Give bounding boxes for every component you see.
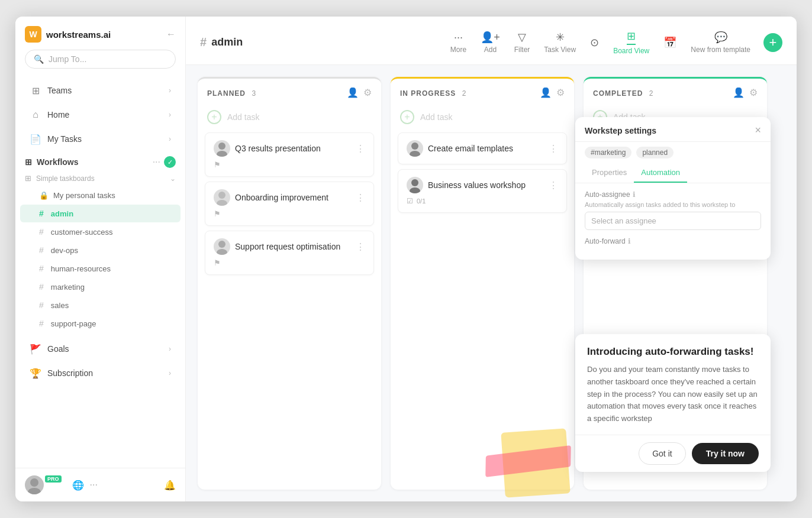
search-bar[interactable]: 🔍 Jump To... [25, 50, 176, 69]
board-view-btn[interactable]: ⊞ Board View [607, 26, 655, 59]
user-avatar [25, 475, 44, 494]
inprogress-add-task[interactable]: + Add task [391, 104, 574, 130]
search-icon: 🔍 [34, 54, 44, 64]
panel-tag-marketing: #marketing [585, 147, 631, 158]
sidebar-close-icon[interactable]: ← [166, 29, 176, 40]
filter-btn[interactable]: ▽ Filter [508, 27, 536, 57]
channel-label: marketing [51, 283, 85, 292]
teams-chevron-icon: › [169, 86, 171, 95]
asterisk-icon: ✳ [556, 31, 565, 44]
panel-close-icon[interactable]: × [755, 124, 761, 137]
workflows-section-header: ⊞ Workflows ··· ✓ [15, 151, 185, 170]
task-view-btn[interactable]: ✳ Task View [538, 27, 582, 57]
completed-settings-icon[interactable]: ⚙ [749, 87, 758, 98]
sidebar-item-subscription[interactable]: 🏆 Subscription › [20, 361, 181, 385]
svg-point-6 [218, 241, 225, 248]
sidebar-item-support-page[interactable]: # support-page [20, 315, 181, 332]
new-task-btn[interactable]: + [763, 33, 782, 52]
panel-tab-automation[interactable]: Automation [634, 163, 687, 183]
planned-add-task[interactable]: + Add task [198, 104, 381, 130]
task-card[interactable]: Q3 results presentation ⋮ ⚑ [205, 132, 374, 177]
hash-icon: # [39, 319, 44, 328]
calendar-view-btn[interactable]: 📅 [658, 33, 682, 53]
sidebar-item-home[interactable]: ⌂ Home › [20, 103, 181, 127]
more-btn[interactable]: ··· More [444, 28, 472, 57]
sidebar-item-admin[interactable]: # admin [20, 205, 181, 222]
bell-icon[interactable]: 🔔 [164, 480, 176, 491]
planned-assignee-icon[interactable]: 👤 [347, 87, 359, 98]
channel-label: customer-success [51, 228, 113, 237]
more-label: More [450, 46, 466, 54]
task-menu-icon[interactable]: ⋮ [549, 180, 558, 191]
task-avatar [407, 177, 423, 193]
sidebar-item-my-tasks[interactable]: 📄 My Tasks › [20, 127, 181, 151]
workflows-more-icon[interactable]: ··· [153, 157, 160, 167]
simple-taskboards-item[interactable]: ⊞ Simple taskboards ⌄ [15, 170, 185, 186]
inprogress-settings-icon[interactable]: ⚙ [556, 87, 565, 98]
panel-content: Auto-assignee ℹ Automatically assign tas… [575, 183, 771, 260]
planned-title: PLANNED [207, 89, 246, 98]
task-avatar [407, 140, 423, 157]
svg-point-4 [218, 192, 225, 199]
hash-icon: # [39, 264, 44, 273]
task-flag-icon: ⚑ [214, 258, 221, 267]
task-card[interactable]: Onboarding improvement ⋮ ⚑ [205, 182, 374, 226]
hash-icon: # [39, 209, 44, 218]
assignee-select[interactable]: Select an assignee [585, 212, 761, 230]
task-menu-icon[interactable]: ⋮ [549, 143, 558, 154]
header-actions: ··· More 👤+ Add ▽ Filter ✳ Task View ⊙ [444, 26, 782, 59]
svg-point-3 [217, 151, 227, 157]
time-view-btn[interactable]: ⊙ [584, 33, 605, 53]
task-progress-badge: 0/1 [417, 198, 426, 205]
planned-settings-icon[interactable]: ⚙ [363, 87, 372, 98]
inprogress-assignee-icon[interactable]: 👤 [540, 87, 552, 98]
new-from-template-btn[interactable]: 💬 New from template [685, 27, 756, 57]
panel-tags: #marketing planned [575, 142, 771, 163]
task-card[interactable]: Create email templates ⋮ [398, 132, 567, 164]
sidebar-bottom: PRO 🌐 ··· 🔔 [15, 468, 185, 501]
sidebar-item-goals[interactable]: 🚩 Goals › [20, 337, 181, 361]
template-icon: 💬 [714, 31, 727, 44]
add-label: Add [484, 46, 497, 54]
inprogress-count: 2 [462, 89, 466, 98]
task-flag-icon: ⚑ [214, 160, 221, 169]
task-card[interactable]: Support request optimisation ⋮ ⚑ [205, 231, 374, 275]
sidebar-item-marketing[interactable]: # marketing [20, 278, 181, 296]
channel-label: My personal tasks [53, 191, 115, 200]
sidebar-nav: ⊞ Teams › ⌂ Home › 📄 My Tasks › [15, 78, 185, 463]
task-title: Create email templates [428, 144, 513, 153]
sidebar-item-sales[interactable]: # sales [20, 296, 181, 314]
task-menu-icon[interactable]: ⋮ [356, 241, 365, 252]
add-btn[interactable]: 👤+ Add [475, 27, 506, 57]
home-icon: ⌂ [30, 109, 41, 121]
task-title: Business values workshop [428, 180, 526, 190]
channel-label: dev-ops [51, 246, 78, 255]
workflows-label: Workflows [37, 157, 79, 167]
sidebar-item-dev-ops[interactable]: # dev-ops [20, 241, 181, 259]
subscription-label: Subscription [47, 368, 93, 378]
workflows-toggle[interactable]: ⊞ Workflows [25, 157, 79, 167]
sidebar-item-my-personal-tasks[interactable]: 🔒 My personal tasks [20, 187, 181, 204]
home-label: Home [47, 110, 69, 119]
task-avatar [214, 238, 230, 255]
hash-icon: # [39, 227, 44, 237]
sidebar-item-customer-success[interactable]: # customer-success [20, 223, 181, 241]
more-options-icon[interactable]: ··· [90, 480, 98, 490]
completed-assignee-icon[interactable]: 👤 [733, 87, 745, 98]
search-placeholder: Jump To... [49, 54, 86, 64]
task-card[interactable]: Business values workshop ⋮ ☑ 0/1 [398, 169, 567, 213]
hash-icon: # [39, 282, 44, 292]
inprogress-title: IN PROGRESS [400, 89, 456, 98]
try-it-now-button[interactable]: Try it now [692, 443, 759, 464]
new-from-template-label: New from template [691, 46, 750, 54]
sidebar-item-human-resources[interactable]: # human-resources [20, 260, 181, 277]
panel-tab-properties[interactable]: Properties [585, 163, 634, 183]
got-it-button[interactable]: Got it [639, 442, 685, 465]
goals-label: Goals [47, 344, 69, 354]
auto-assignee-label: Auto-assignee ℹ [585, 190, 761, 199]
globe-icon[interactable]: 🌐 [72, 480, 84, 491]
sidebar-item-teams[interactable]: ⊞ Teams › [20, 79, 181, 102]
task-menu-icon[interactable]: ⋮ [356, 192, 365, 203]
channel-label: support-page [51, 319, 96, 328]
task-menu-icon[interactable]: ⋮ [356, 143, 365, 154]
